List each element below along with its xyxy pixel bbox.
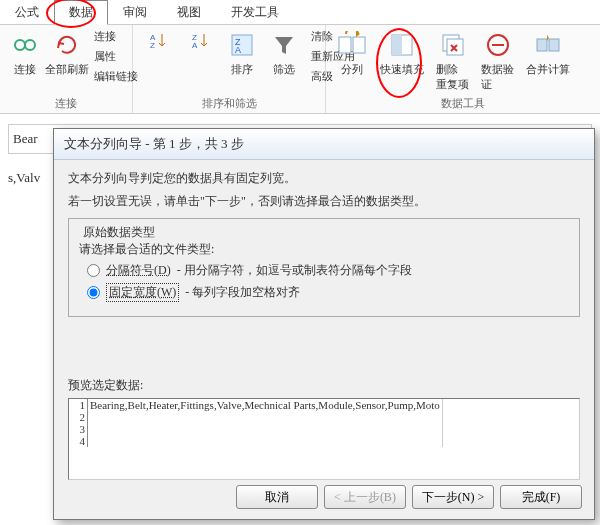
radio-delimited-label[interactable]: 分隔符号(D) (106, 262, 171, 279)
svg-rect-9 (339, 37, 351, 53)
flash-fill-button[interactable]: 快速填充 (376, 27, 428, 94)
tab-dev[interactable]: 开发工具 (216, 0, 294, 24)
choose-label: 请选择最合适的文件类型: (79, 241, 569, 258)
remove-duplicates-button[interactable]: 删除 重复项 (432, 27, 473, 94)
filter-icon (268, 29, 300, 61)
group-sort-label: 排序和筛选 (139, 94, 319, 111)
wizard-line1: 文本分列向导判定您的数据具有固定列宽。 (68, 170, 580, 187)
wizard-line2: 若一切设置无误，请单击"下一步"，否则请选择最合适的数据类型。 (68, 193, 580, 210)
radio-fixed-width-label[interactable]: 固定宽度(W) (106, 283, 179, 302)
preview-label: 预览选定数据: (68, 377, 580, 394)
consolidate-button[interactable]: 合并计算 (522, 27, 574, 94)
radio-delimited[interactable] (87, 264, 100, 277)
connect-button[interactable]: 连接 (6, 27, 44, 86)
svg-rect-12 (392, 35, 402, 55)
filter-button[interactable]: 筛选 (265, 27, 303, 86)
finish-button[interactable]: 完成(F) (500, 485, 582, 509)
text-to-columns-wizard: 文本分列向导 - 第 1 步，共 3 步 文本分列向导判定您的数据具有固定列宽。… (53, 128, 595, 520)
next-button[interactable]: 下一步(N) > (412, 485, 494, 509)
svg-rect-17 (549, 39, 559, 51)
tab-formula[interactable]: 公式 (0, 0, 54, 24)
sort-asc-icon: AZ (147, 29, 169, 51)
sort-asc-button[interactable]: AZ (139, 27, 177, 86)
text-to-columns-icon (336, 29, 368, 61)
sort-desc-button[interactable]: ZA (181, 27, 219, 86)
flash-fill-icon (386, 29, 418, 61)
dialog-title: 文本分列向导 - 第 1 步，共 3 步 (54, 129, 594, 160)
svg-rect-10 (353, 37, 365, 53)
svg-point-0 (15, 40, 25, 50)
sort-icon: ZA (226, 29, 258, 61)
preview-row-1: Bearing,Belt,Heater,Fittings,Valve,Mechn… (88, 399, 443, 411)
svg-text:A: A (192, 41, 198, 50)
remove-dup-icon (437, 29, 469, 61)
group-tools-label: 数据工具 (332, 94, 594, 111)
sort-button[interactable]: ZA排序 (223, 27, 261, 86)
svg-rect-16 (537, 39, 547, 51)
fieldset-original-type: 原始数据类型 (79, 224, 159, 241)
svg-point-1 (25, 40, 35, 50)
tab-view[interactable]: 视图 (162, 0, 216, 24)
sort-desc-icon: ZA (189, 29, 211, 51)
validation-icon (482, 29, 514, 61)
data-validation-button[interactable]: 数据验 证 (477, 27, 518, 94)
connect-icon (9, 29, 41, 61)
refresh-all-button[interactable]: 全部刷新 (48, 27, 86, 86)
svg-text:Z: Z (150, 41, 155, 50)
tab-data[interactable]: 数据 (54, 0, 108, 25)
svg-text:A: A (235, 45, 241, 55)
refresh-icon (51, 29, 83, 61)
group-connections-label: 连接 (6, 94, 126, 111)
cancel-button[interactable]: 取消 (236, 485, 318, 509)
radio-fixed-width[interactable] (87, 286, 100, 299)
back-button: < 上一步(B) (324, 485, 406, 509)
consolidate-icon (532, 29, 564, 61)
text-to-columns-button[interactable]: 分列 (332, 27, 372, 94)
preview-pane: 1Bearing,Belt,Heater,Fittings,Valve,Mech… (68, 398, 580, 480)
tab-review[interactable]: 审阅 (108, 0, 162, 24)
